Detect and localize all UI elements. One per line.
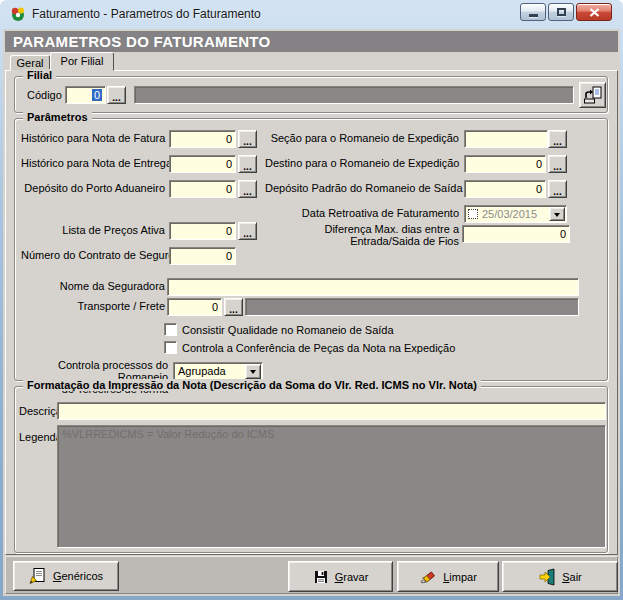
minimize-icon bbox=[529, 14, 538, 17]
deposito-padrao-label: Depósito Padrão do Romaneio de Saída bbox=[265, 182, 459, 194]
data-retroativa-dropdown-button[interactable] bbox=[549, 207, 565, 221]
formatacao-group-legend: Formatação da Impressão da Nota (Descriç… bbox=[23, 379, 481, 391]
formatacao-group: Formatação da Impressão da Nota (Descriç… bbox=[14, 386, 608, 553]
transporte-input[interactable] bbox=[167, 298, 222, 316]
diferenca-dias-label-line2: Entrada/Saida de Fios bbox=[350, 235, 459, 247]
contrato-seguro-input[interactable] bbox=[169, 247, 236, 265]
diferenca-dias-label-line1: Diferença Max. dias entre a bbox=[324, 223, 459, 235]
controla-processos-value: Agrupada bbox=[178, 365, 226, 377]
codigo-input[interactable]: 0 bbox=[65, 86, 106, 104]
deposito-padrao-input[interactable] bbox=[464, 180, 546, 198]
deposito-porto-label: Depósito do Porto Aduaneiro bbox=[21, 182, 165, 194]
window-title: Faturamento - Parametros do Faturamento bbox=[32, 0, 261, 28]
genericos-button[interactable]: Genéricos bbox=[13, 561, 119, 591]
page-title: PARAMETROS DO FATURAMENTO bbox=[5, 31, 618, 52]
app-window: Faturamento - Parametros do Faturamento … bbox=[0, 0, 623, 600]
consistir-qualidade-checkbox[interactable] bbox=[164, 323, 177, 336]
lista-precos-label: Lista de Preços Ativa bbox=[21, 224, 165, 236]
codigo-label: Código bbox=[27, 89, 62, 101]
sair-button[interactable]: Sair bbox=[502, 561, 618, 592]
historico-fatura-browse-button[interactable]: ... bbox=[238, 130, 257, 148]
parametros-group: Parâmetros Histórico para Nota de Fatura… bbox=[14, 118, 608, 381]
secao-romaneio-input[interactable] bbox=[464, 130, 548, 148]
transporte-label: Transporte / Frete bbox=[21, 300, 165, 312]
transporte-browse-button[interactable]: ... bbox=[224, 298, 243, 316]
chevron-down-icon bbox=[554, 213, 560, 220]
data-retroativa-value: 25/03/2015 bbox=[482, 208, 537, 220]
controla-conferencia-label: Controla a Conferência de Peças da Nota … bbox=[182, 342, 455, 354]
destino-romaneio-input[interactable] bbox=[464, 155, 546, 173]
exit-icon bbox=[538, 568, 556, 586]
minimize-button[interactable] bbox=[520, 3, 546, 21]
chevron-down-icon bbox=[250, 370, 256, 377]
close-button[interactable] bbox=[576, 3, 612, 21]
titlebar[interactable]: Faturamento - Parametros do Faturamento bbox=[0, 0, 623, 29]
maximize-button[interactable] bbox=[548, 3, 574, 21]
legenda-memo: %VLRREDICMS = Valor Redução do ICMS bbox=[57, 425, 606, 548]
sair-button-label: Sair bbox=[562, 571, 582, 583]
seguradora-label: Nome da Seguradora bbox=[21, 280, 165, 292]
diferenca-dias-label: Diferença Max. dias entre a Entrada/Said… bbox=[265, 223, 459, 247]
legenda-label: Legenda bbox=[19, 431, 62, 443]
maximize-icon bbox=[557, 8, 566, 16]
contrato-seguro-label: Número do Contrato de Seguro bbox=[21, 249, 165, 261]
goto-filial-button[interactable] bbox=[579, 82, 606, 108]
data-retroativa-label: Data Retroativa de Faturamento bbox=[265, 207, 459, 219]
historico-fatura-label: Histórico para Nota de Fatura bbox=[21, 132, 165, 144]
limpar-button-label: Limpar bbox=[443, 571, 477, 583]
diferenca-dias-input[interactable] bbox=[462, 225, 570, 243]
controla-processos-dropdown-button[interactable] bbox=[245, 364, 261, 379]
historico-fatura-input[interactable] bbox=[169, 130, 236, 148]
clear-icon: a bbox=[419, 568, 437, 586]
transporte-descricao-field bbox=[245, 298, 579, 316]
lista-precos-browse-button[interactable]: ... bbox=[238, 222, 257, 240]
parametros-group-legend: Parâmetros bbox=[23, 111, 92, 123]
filial-descricao-field bbox=[134, 86, 574, 104]
deposito-porto-browse-button[interactable]: ... bbox=[238, 180, 257, 198]
filial-group: Filial Código 0 ... bbox=[14, 76, 608, 113]
genericos-icon bbox=[29, 567, 47, 585]
historico-entrega-input[interactable] bbox=[169, 155, 236, 173]
tab-por-filial[interactable]: Por Filial bbox=[50, 52, 114, 71]
historico-entrega-label: Histórico para Nota de Entrega bbox=[21, 157, 165, 169]
codigo-browse-button[interactable]: ... bbox=[107, 86, 126, 104]
historico-entrega-browse-button[interactable]: ... bbox=[238, 155, 257, 173]
gravar-button[interactable]: Gravar bbox=[288, 561, 393, 592]
destino-romaneio-browse-button[interactable]: ... bbox=[548, 155, 567, 173]
secao-romaneio-label: Seção para o Romaneio de Expedição bbox=[265, 132, 459, 144]
data-retroativa-picker[interactable]: 25/03/2015 bbox=[464, 205, 567, 223]
goto-record-icon bbox=[583, 85, 603, 105]
deposito-padrao-browse-button[interactable]: ... bbox=[548, 180, 567, 198]
destino-romaneio-label: Destino para o Romaneio de Expedição bbox=[265, 157, 459, 169]
limpar-button[interactable]: a Limpar bbox=[397, 561, 499, 592]
codigo-value: 0 bbox=[92, 89, 102, 101]
genericos-button-label: Genéricos bbox=[53, 570, 103, 582]
window-controls bbox=[520, 3, 612, 21]
footer-panel: Genéricos Gravar a bbox=[5, 556, 618, 594]
descricao-input[interactable] bbox=[57, 402, 606, 420]
deposito-porto-input[interactable] bbox=[169, 180, 236, 198]
save-icon bbox=[313, 569, 329, 585]
seguradora-input[interactable] bbox=[167, 278, 579, 296]
client-area: PARAMETROS DO FATURAMENTO Geral Por Fili… bbox=[3, 29, 620, 596]
gravar-button-label: Gravar bbox=[335, 571, 369, 583]
controla-conferencia-checkbox[interactable] bbox=[164, 341, 177, 354]
secao-romaneio-browse-button[interactable]: ... bbox=[548, 130, 567, 148]
lista-precos-input[interactable] bbox=[169, 222, 236, 240]
data-retroativa-checkbox[interactable] bbox=[468, 209, 478, 219]
close-icon bbox=[589, 8, 600, 17]
consistir-qualidade-label: Consistir Qualidade no Romaneio de Saída bbox=[182, 324, 394, 336]
app-icon bbox=[10, 6, 26, 22]
